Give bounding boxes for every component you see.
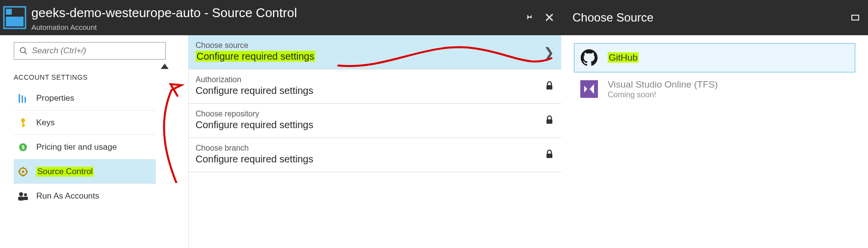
svg-point-19	[19, 192, 23, 196]
sidebar-item-label: Pricing tier and usage	[36, 142, 117, 152]
setting-choose-repository[interactable]: Choose repository Configure required set…	[189, 104, 561, 138]
right-panel-title: Choose Source	[572, 11, 653, 24]
sidebar-item-label: Properties	[36, 93, 74, 103]
sidebar-item-pricing[interactable]: $ Pricing tier and usage	[14, 135, 156, 159]
svg-line-4	[25, 52, 27, 54]
svg-rect-2	[6, 17, 24, 26]
setting-value: Configure required settings	[196, 154, 551, 165]
sidebar-item-run-as[interactable]: Run As Accounts	[14, 184, 156, 208]
svg-rect-22	[24, 197, 28, 200]
svg-rect-6	[22, 95, 23, 103]
sidebar-item-label: Source Control	[36, 167, 94, 177]
blade-subtitle: Automation Account	[31, 23, 297, 32]
sidebar-item-label: Run As Accounts	[36, 191, 99, 201]
svg-rect-23	[546, 85, 552, 90]
sidebar: ACCOUNT SETTINGS Properties Keys $ Prici…	[0, 35, 189, 248]
svg-rect-7	[25, 97, 26, 103]
choose-source-panel: GitHub Visual Studio Online (TFS) Coming…	[561, 35, 868, 248]
setting-value: Configure required settings	[196, 85, 551, 96]
section-header: ACCOUNT SETTINGS	[14, 73, 179, 81]
sidebar-item-properties[interactable]: Properties	[14, 86, 156, 111]
svg-rect-5	[19, 94, 20, 103]
setting-choose-branch[interactable]: Choose branch Configure required setting…	[189, 138, 561, 172]
source-name: GitHub	[608, 52, 639, 63]
svg-rect-20	[18, 197, 24, 201]
source-subtext: Coming soon!	[608, 90, 718, 99]
sidebar-item-keys[interactable]: Keys	[14, 111, 156, 135]
sidebar-item-label: Keys	[36, 118, 55, 128]
source-option-vso: Visual Studio Online (TFS) Coming soon!	[574, 74, 855, 104]
blade-title: geeks-demo-westeurope-auto - Source Cont…	[31, 5, 297, 21]
properties-icon	[17, 94, 29, 103]
top-bar-left: geeks-demo-westeurope-auto - Source Cont…	[0, 0, 564, 35]
top-bar: geeks-demo-westeurope-auto - Source Cont…	[0, 0, 868, 35]
right-panel-header: Choose Source	[564, 0, 868, 35]
blade-actions: ✕	[524, 10, 564, 25]
maximize-icon[interactable]	[851, 15, 859, 21]
pricing-icon: $	[17, 143, 29, 152]
setting-label: Choose repository	[196, 110, 551, 118]
github-icon	[579, 48, 599, 68]
blade-title-block: geeks-demo-westeurope-auto - Source Cont…	[31, 3, 297, 31]
workspace: ACCOUNT SETTINGS Properties Keys $ Prici…	[0, 35, 868, 248]
svg-point-14	[22, 170, 25, 173]
visual-studio-icon	[579, 79, 599, 99]
setting-label: Choose source	[196, 41, 551, 50]
sidebar-item-source-control[interactable]: Source Control	[14, 159, 156, 184]
source-list: GitHub Visual Studio Online (TFS) Coming…	[574, 43, 855, 104]
chevron-right-icon: ❯	[544, 45, 554, 60]
nav-list: Properties Keys $ Pricing tier and usage…	[14, 86, 156, 208]
svg-rect-9	[23, 122, 24, 127]
svg-point-8	[21, 118, 25, 122]
lock-icon	[546, 115, 553, 126]
svg-point-3	[20, 47, 25, 53]
close-icon[interactable]: ✕	[544, 10, 555, 25]
setting-authorization[interactable]: Authorization Configure required setting…	[189, 69, 561, 104]
setting-value: Configure required settings	[196, 119, 551, 131]
svg-rect-10	[23, 125, 25, 126]
svg-point-21	[24, 193, 27, 196]
keys-icon	[17, 118, 29, 128]
gear-icon	[17, 167, 29, 177]
automation-blade-icon	[3, 6, 26, 29]
search-input[interactable]	[32, 46, 160, 56]
svg-text:$: $	[22, 144, 25, 150]
pin-icon[interactable]	[524, 12, 533, 23]
setting-value: Configure required settings	[196, 51, 551, 62]
setting-label: Choose branch	[196, 144, 551, 153]
lock-icon	[546, 81, 553, 92]
search-box[interactable]	[14, 42, 166, 60]
settings-pane: Choose source Configure required setting…	[189, 35, 561, 248]
svg-rect-1	[6, 9, 12, 15]
setting-choose-source[interactable]: Choose source Configure required setting…	[189, 35, 561, 69]
source-option-github[interactable]: GitHub	[574, 43, 855, 72]
accounts-icon	[17, 192, 29, 201]
svg-rect-24	[546, 119, 552, 124]
svg-rect-25	[546, 154, 552, 158]
svg-rect-26	[580, 80, 598, 98]
scroll-up-caret[interactable]	[161, 64, 169, 69]
lock-icon	[546, 150, 553, 160]
search-icon	[19, 46, 28, 55]
setting-label: Authorization	[196, 75, 551, 84]
source-name: Visual Studio Online (TFS)	[608, 79, 718, 90]
